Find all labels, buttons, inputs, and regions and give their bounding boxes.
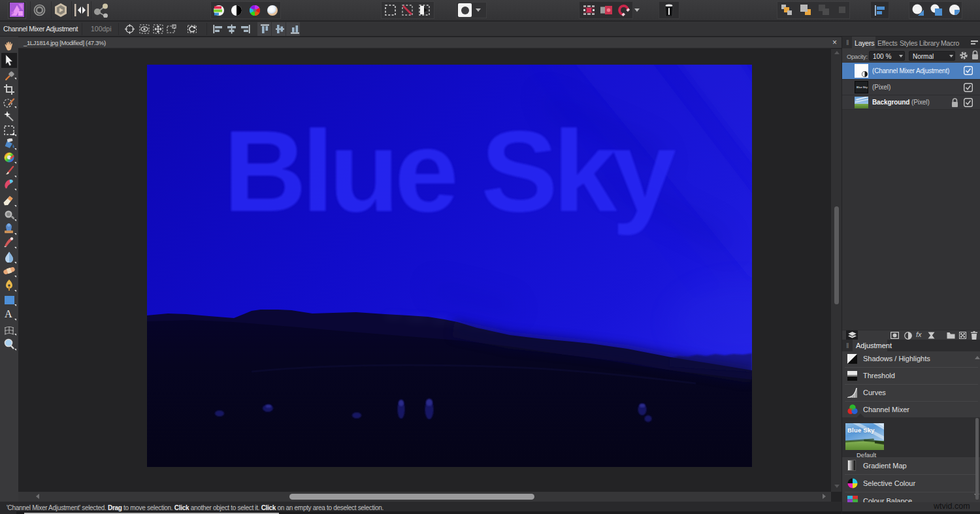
svg-text:Blue Sky: Blue Sky: [223, 107, 676, 235]
